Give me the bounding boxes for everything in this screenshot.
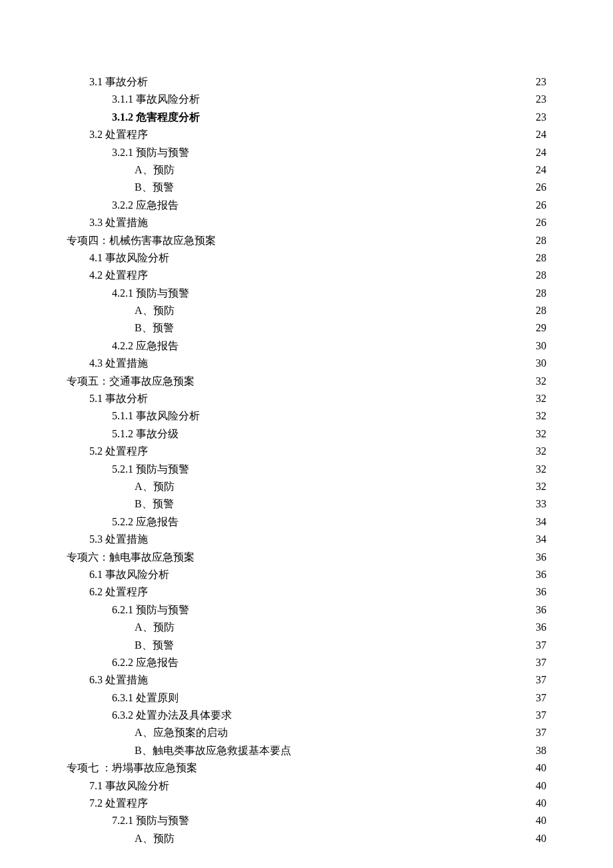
- toc-entry: 4.1 事故风险分析28: [67, 249, 546, 267]
- toc-entry-label: 4.3 处置措施: [67, 355, 148, 372]
- toc-entry-label: B、预警: [67, 637, 174, 654]
- toc-entry-page: 32: [522, 407, 546, 425]
- toc-entry-page: 24: [522, 161, 546, 179]
- toc-entry-label: 6.2 处置程序: [67, 583, 148, 601]
- toc-entry-label: B、预警: [67, 495, 174, 513]
- toc-entry-label: 5.3 处置措施: [67, 531, 148, 548]
- toc-entry: 专项五：交通事故应急预案32: [67, 373, 546, 390]
- toc-entry-page: 32: [522, 443, 546, 460]
- toc-entry-label: 6.3 处置措施: [67, 671, 148, 689]
- toc-entry-label: 3.2.2 应急报告: [67, 197, 179, 214]
- toc-entry-page: 23: [522, 73, 546, 91]
- toc-entry-page: 28: [522, 232, 546, 249]
- toc-entry-page: 37: [522, 671, 546, 689]
- toc-entry-label: B、预警: [67, 179, 174, 196]
- toc-entry-label: 专项七 ：坍塌事故应急预案: [67, 759, 197, 777]
- toc-entry-label: 7.1 事故风险分析: [67, 777, 169, 795]
- toc-entry: 5.1 事故分析32: [67, 390, 546, 407]
- toc-entry: 6.2 处置程序36: [67, 583, 546, 601]
- toc-entry-label: 6.1 事故风险分析: [67, 566, 169, 583]
- toc-entry: 专项六：触电事故应急预案36: [67, 549, 546, 566]
- toc-entry-label: 6.2.1 预防与预警: [67, 601, 189, 619]
- toc-entry-page: 37: [522, 654, 546, 671]
- toc-entry-label: 7.2 处置程序: [67, 795, 148, 812]
- toc-entry-label: A、预防: [67, 830, 175, 847]
- toc-entry: 7.1 事故风险分析40: [67, 777, 546, 795]
- toc-entry-label: A、预防: [67, 161, 175, 179]
- toc-entry: 专项七 ：坍塌事故应急预案40: [67, 759, 546, 777]
- toc-entry: A、预防24: [67, 161, 546, 179]
- toc-entry-page: 37: [522, 707, 546, 724]
- toc-entry: 5.2.2 应急报告34: [67, 513, 546, 531]
- toc-entry-page: 23: [522, 109, 546, 126]
- toc-entry: B、预警29: [67, 319, 546, 337]
- toc-entry-page: 37: [522, 637, 546, 654]
- toc-entry-page: 34: [522, 513, 546, 531]
- toc-entry: A、预防40: [67, 830, 546, 847]
- toc-entry: 4.3 处置措施30: [67, 355, 546, 372]
- toc-entry-page: 24: [522, 126, 546, 143]
- toc-entry-page: 28: [522, 285, 546, 302]
- toc-entry-page: 32: [522, 478, 546, 495]
- toc-entry-label: 5.2 处置程序: [67, 443, 148, 460]
- toc-entry-page: 32: [522, 390, 546, 407]
- toc-entry-label: 3.1.2 危害程度分析: [67, 109, 200, 126]
- toc-entry-page: 40: [522, 830, 546, 847]
- toc-entry-page: 36: [522, 601, 546, 619]
- toc-entry-page: 36: [522, 619, 546, 636]
- toc-entry: 3.2.1 预防与预警24: [67, 144, 546, 161]
- toc-entry: 6.3 处置措施37: [67, 671, 546, 689]
- toc-entry-label: 4.2.1 预防与预警: [67, 285, 189, 302]
- toc-entry-page: 40: [522, 812, 546, 829]
- toc-entry: 6.3.1 处置原则37: [67, 689, 546, 707]
- toc-entry: B、触电类事故应急救援基本要点38: [67, 742, 546, 759]
- toc-entry-page: 36: [522, 583, 546, 601]
- toc-entry-page: 36: [522, 549, 546, 566]
- toc-entry-label: 5.1 事故分析: [67, 390, 148, 407]
- table-of-contents: 3.1 事故分析233.1.1 事故风险分析233.1.2 危害程度分析233.…: [67, 73, 546, 847]
- toc-entry-page: 32: [522, 425, 546, 443]
- toc-entry: 4.2 处置程序28: [67, 267, 546, 284]
- toc-entry-label: 5.1.2 事故分级: [67, 425, 179, 443]
- toc-entry-label: 4.2 处置程序: [67, 267, 148, 284]
- toc-entry-page: 34: [522, 531, 546, 548]
- toc-entry-page: 30: [522, 337, 546, 355]
- toc-entry-label: 专项五：交通事故应急预案: [67, 373, 195, 390]
- toc-entry: 3.2 处置程序24: [67, 126, 546, 143]
- toc-entry: 6.1 事故风险分析36: [67, 566, 546, 583]
- toc-entry: B、预警26: [67, 179, 546, 196]
- toc-entry-page: 28: [522, 302, 546, 319]
- toc-entry-page: 32: [522, 461, 546, 478]
- toc-entry-label: 5.2.1 预防与预警: [67, 461, 189, 478]
- toc-entry: A、预防32: [67, 478, 546, 495]
- toc-entry-page: 26: [522, 197, 546, 214]
- toc-entry-page: 36: [522, 566, 546, 583]
- toc-entry-page: 28: [522, 267, 546, 284]
- toc-entry: 5.1.1 事故风险分析32: [67, 407, 546, 425]
- toc-entry: 6.2.2 应急报告37: [67, 654, 546, 671]
- toc-entry: 5.3 处置措施34: [67, 531, 546, 548]
- toc-entry: 3.1.1 事故风险分析23: [67, 91, 546, 108]
- toc-entry-page: 26: [522, 214, 546, 231]
- toc-entry-page: 23: [522, 91, 546, 108]
- toc-entry: 4.2.2 应急报告30: [67, 337, 546, 355]
- toc-entry-label: 3.3 处置措施: [67, 214, 148, 231]
- toc-entry-label: A、预防: [67, 478, 175, 495]
- toc-entry-label: 5.1.1 事故风险分析: [67, 407, 200, 425]
- toc-entry-page: 24: [522, 144, 546, 161]
- toc-entry-label: A、预防: [67, 302, 175, 319]
- toc-entry-page: 29: [522, 319, 546, 337]
- toc-entry: 3.3 处置措施26: [67, 214, 546, 231]
- toc-entry-label: 3.2 处置程序: [67, 126, 148, 143]
- toc-entry: 7.2.1 预防与预警40: [67, 812, 546, 829]
- toc-entry: 5.2 处置程序32: [67, 443, 546, 460]
- toc-entry-label: 专项四：机械伤害事故应急预案: [67, 232, 216, 249]
- toc-entry-label: 5.2.2 应急报告: [67, 513, 179, 531]
- toc-entry: B、预警33: [67, 495, 546, 513]
- toc-entry-page: 40: [522, 777, 546, 795]
- toc-entry-page: 40: [522, 795, 546, 812]
- toc-entry-label: 3.2.1 预防与预警: [67, 144, 189, 161]
- toc-entry-page: 28: [522, 249, 546, 267]
- toc-entry-label: 7.2.1 预防与预警: [67, 812, 189, 829]
- toc-entry-page: 26: [522, 179, 546, 196]
